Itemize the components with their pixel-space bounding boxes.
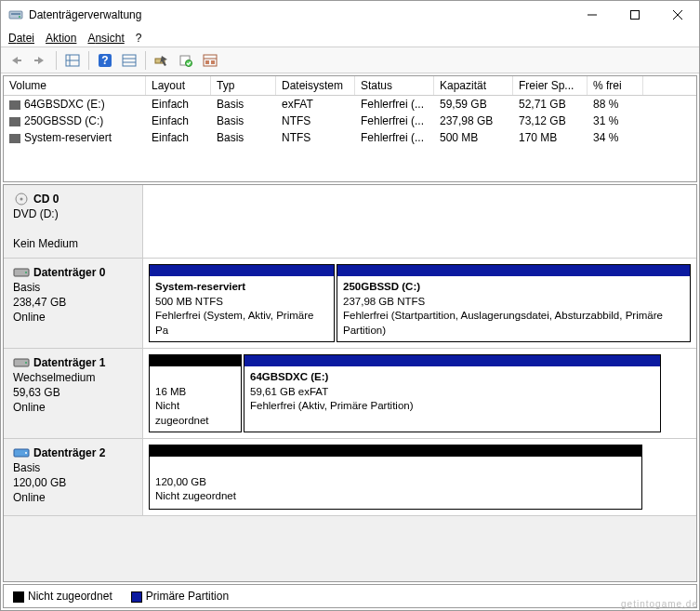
disk-icon bbox=[13, 266, 30, 279]
menu-action[interactable]: Aktion bbox=[46, 32, 76, 45]
svg-rect-4 bbox=[631, 11, 640, 20]
menu-view[interactable]: Ansicht bbox=[87, 32, 124, 45]
disk-icon bbox=[13, 356, 30, 369]
svg-point-25 bbox=[20, 198, 23, 201]
svg-text:?: ? bbox=[101, 54, 108, 67]
app-icon bbox=[8, 7, 23, 22]
help-button[interactable]: ? bbox=[94, 50, 116, 71]
column-percent[interactable]: % frei bbox=[588, 76, 643, 95]
partition-c[interactable]: 250GBSSD (C:) 237,98 GB NTFS Fehlerfrei … bbox=[337, 264, 691, 342]
svg-rect-1 bbox=[11, 13, 20, 15]
partition-unallocated-16mb[interactable]: 16 MB Nicht zugeordnet bbox=[149, 354, 242, 432]
svg-rect-23 bbox=[211, 60, 215, 64]
disk-1[interactable]: Datenträger 1 Wechselmedium 59,63 GB Onl… bbox=[4, 349, 696, 439]
volume-row[interactable]: 64GBSDXC (E:)EinfachBasisexFATFehlerfrei… bbox=[4, 96, 696, 113]
volume-row[interactable]: 250GBSSD (C:)EinfachBasisNTFSFehlerfrei … bbox=[4, 113, 696, 129]
graphical-view-button[interactable] bbox=[199, 50, 221, 71]
menu-help[interactable]: ? bbox=[136, 32, 142, 45]
legend-primary-icon bbox=[131, 591, 142, 603]
svg-rect-14 bbox=[123, 55, 136, 66]
partition-system-reserved[interactable]: System-reserviert 500 MB NTFS Fehlerfrei… bbox=[149, 264, 335, 342]
column-type[interactable]: Typ bbox=[211, 76, 276, 95]
volume-row[interactable]: System-reserviertEinfachBasisNTFSFehlerf… bbox=[4, 129, 696, 146]
legend-unallocated-icon bbox=[13, 591, 24, 603]
close-button[interactable] bbox=[656, 1, 699, 29]
partition-unallocated-120gb[interactable]: 120,00 GB Nicht zugeordnet bbox=[149, 445, 642, 510]
svg-rect-22 bbox=[205, 60, 209, 64]
column-layout[interactable]: Layout bbox=[146, 76, 211, 95]
svg-point-2 bbox=[19, 16, 20, 18]
volume-icon bbox=[9, 117, 20, 126]
watermark: getintogame.de bbox=[621, 599, 698, 609]
column-status[interactable]: Status bbox=[355, 76, 434, 95]
menu-file[interactable]: Datei bbox=[8, 32, 34, 45]
cd-icon bbox=[13, 193, 30, 206]
detail-view-button[interactable] bbox=[61, 50, 84, 71]
menubar: Datei Aktion Ansicht ? bbox=[1, 29, 699, 47]
partition-e[interactable]: 64GBSDXC (E:) 59,61 GB exFAT Fehlerfrei … bbox=[244, 354, 661, 432]
disk-cd0[interactable]: CD 0 DVD (D:) Kein Medium bbox=[4, 185, 696, 259]
svg-point-29 bbox=[25, 362, 27, 364]
legend: Nicht zugeordnet Primäre Partition bbox=[3, 584, 697, 608]
disk-2[interactable]: Datenträger 2 Basis 120,00 GB Online 120… bbox=[4, 439, 696, 516]
separator bbox=[56, 51, 57, 70]
list-view-button[interactable] bbox=[118, 50, 140, 71]
back-button[interactable] bbox=[5, 50, 27, 71]
properties-button[interactable] bbox=[175, 50, 197, 71]
disk-icon bbox=[13, 446, 30, 459]
volume-list: Volume Layout Typ Dateisystem Status Kap… bbox=[3, 75, 697, 182]
column-volume[interactable]: Volume bbox=[4, 76, 146, 95]
svg-rect-8 bbox=[34, 60, 38, 61]
svg-rect-7 bbox=[18, 60, 21, 61]
window-title: Datenträgerverwaltung bbox=[29, 8, 141, 21]
volume-icon bbox=[9, 100, 20, 110]
column-free[interactable]: Freier Sp... bbox=[513, 76, 588, 95]
svg-point-31 bbox=[25, 452, 27, 454]
disk-0[interactable]: Datenträger 0 Basis 238,47 GB Online Sys… bbox=[4, 259, 696, 349]
titlebar: Datenträgerverwaltung bbox=[1, 1, 699, 29]
maximize-button[interactable] bbox=[614, 1, 656, 29]
separator bbox=[88, 51, 89, 70]
minimize-button[interactable] bbox=[571, 1, 614, 29]
forward-button[interactable] bbox=[29, 50, 51, 71]
toolbar: ? bbox=[1, 47, 699, 73]
svg-point-27 bbox=[25, 272, 27, 273]
column-capacity[interactable]: Kapazität bbox=[434, 76, 513, 95]
disk-graphical-pane: CD 0 DVD (D:) Kein Medium Datenträger 0 … bbox=[3, 184, 697, 582]
volume-icon bbox=[9, 134, 20, 143]
column-filesystem[interactable]: Dateisystem bbox=[276, 76, 355, 95]
separator bbox=[145, 51, 146, 70]
action-button[interactable] bbox=[151, 50, 173, 71]
